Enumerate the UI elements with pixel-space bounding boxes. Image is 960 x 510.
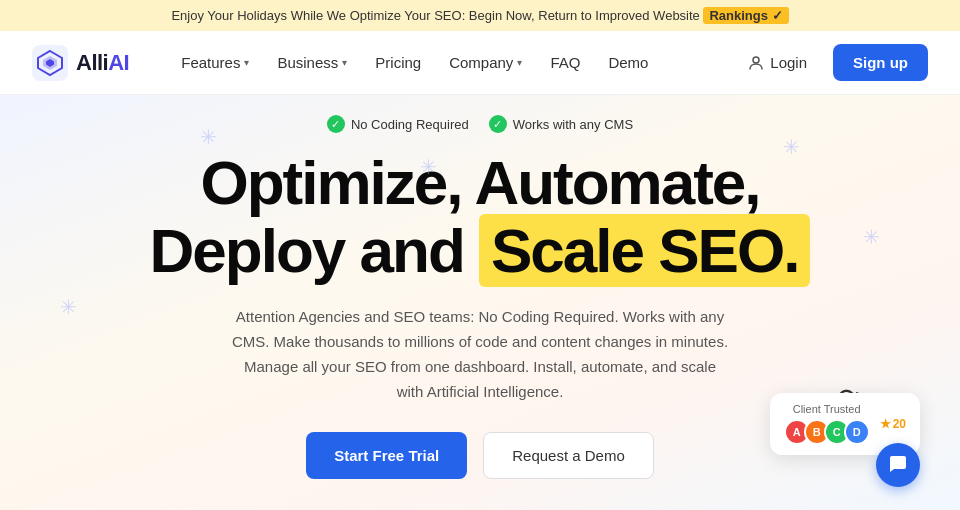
deco-asterisk-2: ✳ <box>420 155 437 179</box>
signup-button[interactable]: Sign up <box>833 44 928 81</box>
rating-count: 20 <box>893 417 906 431</box>
nav-pricing[interactable]: Pricing <box>363 46 433 79</box>
logo-icon <box>32 45 68 81</box>
deco-asterisk-5: ✳ <box>60 295 77 319</box>
star-icon: ★ <box>880 417 891 431</box>
badge-cms: ✓ Works with any CMS <box>489 115 633 133</box>
user-icon <box>748 55 764 71</box>
announcement-banner: Enjoy Your Holidays While We Optimize Yo… <box>0 0 960 31</box>
client-trusted-info: Client Trusted A B C D <box>784 403 870 445</box>
nav-links: Features ▾ Business ▾ Pricing Company ▾ … <box>169 46 734 79</box>
logo-text: AlliAI <box>76 50 129 76</box>
check-icon-2: ✓ <box>489 115 507 133</box>
hero-title: Optimize, Automate, Deploy and Scale SEO… <box>0 149 960 285</box>
check-icon-1: ✓ <box>327 115 345 133</box>
chat-icon <box>887 454 909 476</box>
login-button[interactable]: Login <box>734 46 821 79</box>
hero-title-highlight: Scale SEO. <box>479 214 810 287</box>
banner-highlight: Rankings ✓ <box>703 7 788 24</box>
avatar-4: D <box>844 419 870 445</box>
hero-title-line2: Deploy and Scale SEO. <box>0 217 960 285</box>
nav-business[interactable]: Business ▾ <box>265 46 359 79</box>
badge-no-coding: ✓ No Coding Required <box>327 115 469 133</box>
chevron-down-icon: ▾ <box>244 57 249 68</box>
hero-title-line1: Optimize, Automate, <box>0 149 960 217</box>
nav-faq[interactable]: FAQ <box>538 46 592 79</box>
svg-point-4 <box>753 57 759 63</box>
hero-description: Attention Agencies and SEO teams: No Cod… <box>230 305 730 404</box>
navbar: AlliAI Features ▾ Business ▾ Pricing Com… <box>0 31 960 95</box>
nav-right: Login Sign up <box>734 44 928 81</box>
deco-asterisk-1: ✳ <box>200 125 217 149</box>
request-demo-button[interactable]: Request a Demo <box>483 432 654 479</box>
banner-text: Enjoy Your Holidays While We Optimize Yo… <box>171 8 703 23</box>
star-rating: ★ 20 <box>880 417 906 431</box>
client-avatars: A B C D <box>784 419 870 445</box>
chat-button[interactable] <box>876 443 920 487</box>
nav-company[interactable]: Company ▾ <box>437 46 534 79</box>
logo[interactable]: AlliAI <box>32 45 129 81</box>
trust-badges: ✓ No Coding Required ✓ Works with any CM… <box>0 115 960 133</box>
start-trial-button[interactable]: Start Free Trial <box>306 432 467 479</box>
chevron-down-icon: ▾ <box>517 57 522 68</box>
deco-asterisk-3: ✳ <box>783 135 800 159</box>
hero-section: ✳ ✳ ✳ ✳ ✳ ✓ No Coding Required ✓ Works w… <box>0 95 960 510</box>
nav-demo[interactable]: Demo <box>596 46 660 79</box>
deco-asterisk-4: ✳ <box>863 225 880 249</box>
chevron-down-icon: ▾ <box>342 57 347 68</box>
nav-features[interactable]: Features ▾ <box>169 46 261 79</box>
